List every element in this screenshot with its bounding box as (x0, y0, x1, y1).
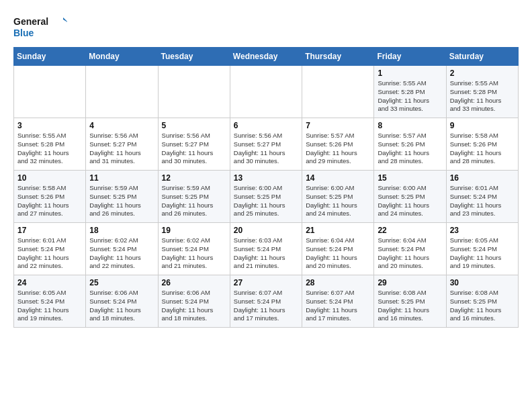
weekday-header-monday: Monday (86, 48, 158, 66)
day-info: Sunrise: 5:58 AM Sunset: 5:26 PM Dayligh… (17, 184, 82, 218)
day-number: 25 (89, 278, 154, 287)
day-number: 9 (450, 121, 515, 130)
calendar-cell: 16Sunrise: 6:01 AM Sunset: 5:24 PM Dayli… (446, 171, 518, 223)
day-info: Sunrise: 6:00 AM Sunset: 5:25 PM Dayligh… (234, 184, 298, 218)
weekday-header-wednesday: Wednesday (230, 48, 302, 66)
weekday-header-friday: Friday (374, 48, 446, 66)
calendar-cell: 10Sunrise: 5:58 AM Sunset: 5:26 PM Dayli… (14, 171, 86, 223)
calendar-cell (230, 66, 302, 118)
day-info: Sunrise: 6:07 AM Sunset: 5:24 PM Dayligh… (234, 289, 298, 323)
day-info: Sunrise: 5:55 AM Sunset: 5:28 PM Dayligh… (378, 79, 442, 113)
calendar-cell: 18Sunrise: 6:02 AM Sunset: 5:24 PM Dayli… (86, 223, 158, 275)
calendar-cell: 26Sunrise: 6:06 AM Sunset: 5:24 PM Dayli… (158, 275, 230, 328)
day-number: 8 (378, 121, 442, 130)
day-number: 10 (17, 173, 82, 183)
day-info: Sunrise: 6:08 AM Sunset: 5:25 PM Dayligh… (378, 289, 442, 323)
day-info: Sunrise: 6:01 AM Sunset: 5:24 PM Dayligh… (450, 184, 515, 218)
day-number: 14 (306, 173, 370, 183)
calendar-cell: 23Sunrise: 6:05 AM Sunset: 5:24 PM Dayli… (446, 223, 518, 275)
day-number: 4 (89, 121, 154, 130)
svg-text:Blue: Blue (13, 28, 34, 38)
day-info: Sunrise: 6:02 AM Sunset: 5:24 PM Dayligh… (162, 236, 226, 271)
day-number: 23 (450, 226, 515, 235)
day-info: Sunrise: 6:04 AM Sunset: 5:24 PM Dayligh… (378, 236, 442, 271)
weekday-header-tuesday: Tuesday (158, 48, 230, 66)
calendar-cell: 28Sunrise: 6:07 AM Sunset: 5:24 PM Dayli… (302, 275, 374, 328)
day-number: 12 (162, 173, 226, 183)
day-number: 26 (162, 278, 226, 287)
calendar-week-row: 1Sunrise: 5:55 AM Sunset: 5:28 PM Daylig… (14, 66, 519, 118)
calendar-cell (86, 66, 158, 118)
day-info: Sunrise: 5:57 AM Sunset: 5:26 PM Dayligh… (378, 132, 442, 166)
calendar-cell: 13Sunrise: 6:00 AM Sunset: 5:25 PM Dayli… (230, 171, 302, 223)
page: General Blue SundayMondayTuesdayWednesda… (0, 0, 532, 334)
calendar-cell: 8Sunrise: 5:57 AM Sunset: 5:26 PM Daylig… (374, 118, 446, 171)
calendar-cell: 12Sunrise: 5:59 AM Sunset: 5:25 PM Dayli… (158, 171, 230, 223)
day-info: Sunrise: 5:56 AM Sunset: 5:27 PM Dayligh… (162, 132, 226, 166)
day-info: Sunrise: 5:56 AM Sunset: 5:27 PM Dayligh… (89, 132, 154, 166)
calendar-cell: 25Sunrise: 6:06 AM Sunset: 5:24 PM Dayli… (86, 275, 158, 328)
day-number: 15 (378, 173, 442, 183)
day-number: 13 (234, 173, 298, 183)
day-number: 27 (234, 278, 298, 287)
calendar-cell: 6Sunrise: 5:56 AM Sunset: 5:27 PM Daylig… (230, 118, 302, 171)
calendar-cell: 5Sunrise: 5:56 AM Sunset: 5:27 PM Daylig… (158, 118, 230, 171)
calendar-cell: 4Sunrise: 5:56 AM Sunset: 5:27 PM Daylig… (86, 118, 158, 171)
header: General Blue (13, 11, 519, 40)
day-number: 3 (17, 121, 82, 130)
day-number: 22 (378, 226, 442, 235)
weekday-header-thursday: Thursday (302, 48, 374, 66)
day-number: 21 (306, 226, 370, 235)
day-number: 1 (378, 68, 442, 78)
day-info: Sunrise: 5:55 AM Sunset: 5:28 PM Dayligh… (450, 79, 515, 113)
svg-text:General: General (13, 16, 48, 27)
weekday-header-saturday: Saturday (446, 48, 518, 66)
day-number: 24 (17, 278, 82, 287)
calendar-week-row: 17Sunrise: 6:01 AM Sunset: 5:24 PM Dayli… (14, 223, 519, 275)
day-number: 18 (89, 226, 154, 235)
calendar-cell: 30Sunrise: 6:08 AM Sunset: 5:25 PM Dayli… (446, 275, 518, 328)
calendar-cell: 7Sunrise: 5:57 AM Sunset: 5:26 PM Daylig… (302, 118, 374, 171)
day-info: Sunrise: 6:03 AM Sunset: 5:24 PM Dayligh… (234, 236, 298, 271)
calendar-cell (14, 66, 86, 118)
svg-marker-2 (63, 17, 67, 23)
day-info: Sunrise: 6:00 AM Sunset: 5:25 PM Dayligh… (306, 184, 370, 218)
day-number: 6 (234, 121, 298, 130)
day-info: Sunrise: 5:55 AM Sunset: 5:28 PM Dayligh… (17, 132, 82, 166)
day-info: Sunrise: 5:57 AM Sunset: 5:26 PM Dayligh… (306, 132, 370, 166)
day-info: Sunrise: 6:04 AM Sunset: 5:24 PM Dayligh… (306, 236, 370, 271)
day-info: Sunrise: 5:56 AM Sunset: 5:27 PM Dayligh… (234, 132, 298, 166)
day-info: Sunrise: 5:58 AM Sunset: 5:26 PM Dayligh… (450, 132, 515, 166)
day-info: Sunrise: 6:02 AM Sunset: 5:24 PM Dayligh… (89, 236, 154, 271)
calendar-week-row: 24Sunrise: 6:05 AM Sunset: 5:24 PM Dayli… (14, 275, 519, 328)
logo-area: General Blue (13, 13, 67, 40)
calendar-cell (158, 66, 230, 118)
day-number: 20 (234, 226, 298, 235)
day-number: 11 (89, 173, 154, 183)
day-info: Sunrise: 6:01 AM Sunset: 5:24 PM Dayligh… (17, 236, 82, 271)
day-info: Sunrise: 5:59 AM Sunset: 5:25 PM Dayligh… (162, 184, 226, 218)
calendar-cell (302, 66, 374, 118)
calendar-cell: 2Sunrise: 5:55 AM Sunset: 5:28 PM Daylig… (446, 66, 518, 118)
calendar-cell: 29Sunrise: 6:08 AM Sunset: 5:25 PM Dayli… (374, 275, 446, 328)
day-info: Sunrise: 6:08 AM Sunset: 5:25 PM Dayligh… (450, 289, 515, 323)
calendar-cell: 19Sunrise: 6:02 AM Sunset: 5:24 PM Dayli… (158, 223, 230, 275)
day-number: 16 (450, 173, 515, 183)
calendar-cell: 14Sunrise: 6:00 AM Sunset: 5:25 PM Dayli… (302, 171, 374, 223)
calendar-cell: 21Sunrise: 6:04 AM Sunset: 5:24 PM Dayli… (302, 223, 374, 275)
day-info: Sunrise: 6:07 AM Sunset: 5:24 PM Dayligh… (306, 289, 370, 323)
day-number: 7 (306, 121, 370, 130)
calendar-table: SundayMondayTuesdayWednesdayThursdayFrid… (13, 47, 519, 328)
day-number: 30 (450, 278, 515, 287)
day-number: 17 (17, 226, 82, 235)
calendar-cell: 22Sunrise: 6:04 AM Sunset: 5:24 PM Dayli… (374, 223, 446, 275)
day-number: 5 (162, 121, 226, 130)
day-info: Sunrise: 6:05 AM Sunset: 5:24 PM Dayligh… (450, 236, 515, 271)
day-number: 19 (162, 226, 226, 235)
calendar-cell: 3Sunrise: 5:55 AM Sunset: 5:28 PM Daylig… (14, 118, 86, 171)
day-info: Sunrise: 6:05 AM Sunset: 5:24 PM Dayligh… (17, 289, 82, 323)
calendar-cell: 20Sunrise: 6:03 AM Sunset: 5:24 PM Dayli… (230, 223, 302, 275)
day-info: Sunrise: 5:59 AM Sunset: 5:25 PM Dayligh… (89, 184, 154, 218)
logo-svg: General Blue (13, 13, 67, 40)
day-info: Sunrise: 6:06 AM Sunset: 5:24 PM Dayligh… (89, 289, 154, 323)
